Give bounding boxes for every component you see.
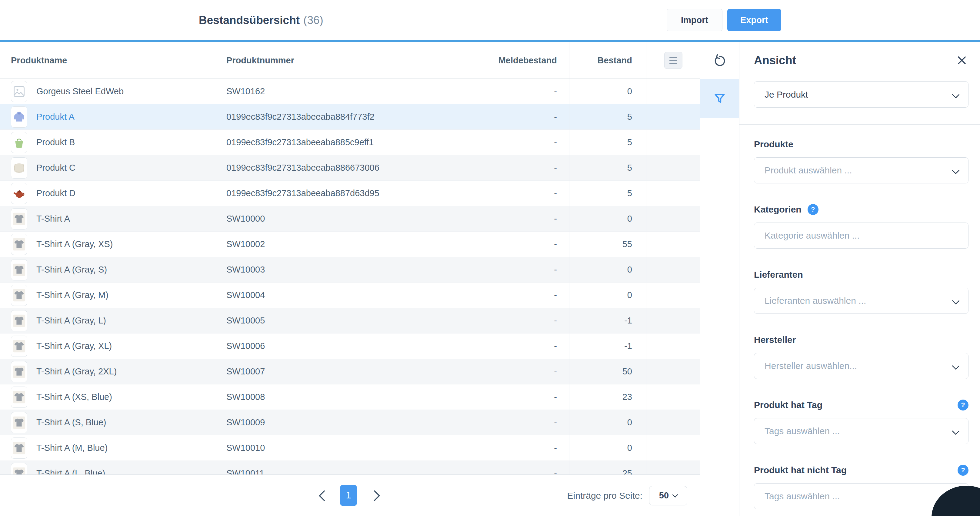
meldebestand-cell: -	[491, 308, 570, 333]
panel-title: Ansicht	[754, 54, 796, 67]
chevron-left-icon	[319, 490, 330, 501]
meldebestand-cell: -	[491, 232, 570, 257]
product-thumbnail	[11, 183, 27, 204]
filter-label: Produkt hat nicht Tag	[754, 465, 847, 475]
table-row[interactable]: T-Shirt A (S, Blue) SW10009 - 0	[0, 410, 700, 435]
product-thumbnail	[11, 81, 27, 102]
table-row[interactable]: Produkt C 0199ec83f9c27313abeeaba8866730…	[0, 155, 700, 181]
view-mode-select[interactable]: Je Produkt	[754, 81, 969, 108]
product-number-cell: 0199ec83f9c27313abeeaba884f773f2	[214, 104, 491, 130]
meldebestand-cell: -	[491, 333, 570, 359]
row-actions-cell	[646, 333, 700, 359]
row-actions-cell	[646, 130, 700, 155]
bestand-cell: 25	[570, 461, 646, 475]
table-row[interactable]: Produkt A 0199ec83f9c27313abeeaba884f773…	[0, 104, 700, 130]
table-row[interactable]: T-Shirt A (Gray, XL) SW10006 - -1	[0, 333, 700, 359]
meldebestand-cell: -	[491, 359, 570, 384]
table-row[interactable]: Gorgeus Steel EdWeb SW10162 - 0	[0, 79, 700, 104]
close-icon	[956, 54, 967, 66]
product-name[interactable]: T-Shirt A (Gray, XL)	[37, 341, 112, 351]
product-name[interactable]: Produkt A	[37, 112, 75, 122]
product-number-cell: SW10000	[214, 206, 491, 232]
filter-group: Produkt hat Tag ? Tags auswählen ...	[754, 399, 969, 444]
bestand-cell: 5	[570, 130, 646, 155]
filter-select[interactable]: Tags auswählen ...	[754, 418, 969, 444]
table-row[interactable]: Produkt D 0199ec83f9c27313abeeaba887d63d…	[0, 181, 700, 206]
product-name[interactable]: T-Shirt A (Gray, S)	[37, 265, 107, 275]
close-panel-button[interactable]	[956, 54, 968, 66]
reset-button[interactable]	[700, 42, 739, 79]
product-name[interactable]: T-Shirt A (Gray, 2XL)	[37, 366, 117, 377]
filter-group: Produkte Produkt auswählen ...	[754, 139, 969, 183]
table-row[interactable]: T-Shirt A (Gray, S) SW10003 - 0	[0, 257, 700, 283]
product-name[interactable]: Produkt B	[37, 137, 75, 147]
next-page-button[interactable]	[366, 475, 383, 516]
filter-select[interactable]: Lieferanten auswählen ...	[754, 288, 969, 314]
per-page-value: 50	[659, 491, 669, 500]
row-actions-cell	[646, 232, 700, 257]
table-row[interactable]: T-Shirt A (L, Blue) SW10011 - 25	[0, 461, 700, 475]
meldebestand-cell: -	[491, 130, 570, 155]
product-number-cell: 0199ec83f9c27313abeeaba885c9eff1	[214, 130, 491, 155]
meldebestand-cell: -	[491, 181, 570, 206]
filter-placeholder: Produkt auswählen ...	[765, 165, 852, 175]
filter-tab[interactable]	[700, 79, 739, 118]
row-actions-cell	[646, 461, 700, 475]
product-thumbnail	[11, 387, 27, 408]
filter-placeholder: Tags auswählen ...	[765, 491, 840, 502]
product-number-cell: SW10162	[214, 79, 491, 104]
product-name[interactable]: T-Shirt A (Gray, L)	[37, 315, 106, 326]
page-number-button[interactable]: 1	[340, 485, 357, 506]
product-name[interactable]: T-Shirt A (S, Blue)	[37, 417, 106, 427]
product-name[interactable]: Produkt C	[37, 163, 75, 173]
product-thumbnail	[11, 463, 27, 475]
filter-label: Hersteller	[754, 335, 796, 345]
meldebestand-cell: -	[491, 206, 570, 232]
product-name[interactable]: Gorgeus Steel EdWeb	[37, 86, 124, 96]
row-actions-cell	[646, 79, 700, 104]
meldebestand-cell: -	[491, 155, 570, 181]
table-row[interactable]: T-Shirt A (Gray, 2XL) SW10007 - 50	[0, 359, 700, 384]
page-title: Bestandsübersicht (36)	[199, 0, 323, 40]
row-actions-cell	[646, 155, 700, 181]
filter-select[interactable]: Kategorie auswählen ...	[754, 223, 969, 248]
import-button[interactable]: Import	[667, 9, 722, 31]
table-row[interactable]: T-Shirt A (Gray, L) SW10005 - -1	[0, 308, 700, 333]
product-name[interactable]: T-Shirt A (M, Blue)	[37, 443, 108, 453]
chevron-down-icon	[952, 297, 959, 304]
product-number-cell: SW10009	[214, 410, 491, 435]
product-thumbnail	[11, 259, 27, 280]
per-page-select[interactable]: 50	[649, 486, 687, 505]
column-settings-button[interactable]	[664, 52, 682, 69]
product-name[interactable]: T-Shirt A (L, Blue)	[37, 468, 105, 475]
table-row[interactable]: T-Shirt A (XS, Blue) SW10008 - 23	[0, 384, 700, 410]
column-header-produktname[interactable]: Produktname	[0, 42, 214, 78]
table-row[interactable]: T-Shirt A SW10000 - 0	[0, 206, 700, 232]
row-actions-cell	[646, 410, 700, 435]
help-icon[interactable]: ?	[958, 400, 969, 411]
help-icon[interactable]: ?	[958, 465, 969, 476]
export-button[interactable]: Export	[727, 9, 781, 31]
column-header-bestand[interactable]: Bestand	[570, 42, 646, 78]
filter-select[interactable]: Produkt auswählen ...	[754, 157, 969, 183]
table-row[interactable]: T-Shirt A (Gray, XS) SW10002 - 55	[0, 232, 700, 257]
chevron-down-icon	[952, 362, 959, 369]
product-name[interactable]: T-Shirt A	[37, 214, 70, 224]
column-header-meldebestand[interactable]: Meldebestand	[491, 42, 570, 78]
table-row[interactable]: T-Shirt A (M, Blue) SW10010 - 0	[0, 435, 700, 461]
help-icon[interactable]: ?	[808, 204, 818, 215]
filter-select[interactable]: Hersteller auswählen...	[754, 353, 969, 379]
hamburger-icon	[670, 57, 677, 58]
table-row[interactable]: T-Shirt A (Gray, M) SW10004 - 0	[0, 283, 700, 308]
table-body: Gorgeus Steel EdWeb SW10162 - 0 Produkt …	[0, 79, 700, 475]
bestand-cell: -1	[570, 333, 646, 359]
product-name[interactable]: T-Shirt A (XS, Blue)	[37, 392, 112, 402]
meldebestand-cell: -	[491, 384, 570, 410]
previous-page-button[interactable]	[315, 475, 333, 516]
product-name[interactable]: T-Shirt A (Gray, XS)	[37, 239, 113, 249]
product-name[interactable]: T-Shirt A (Gray, M)	[37, 290, 108, 300]
product-name[interactable]: Produkt D	[37, 188, 75, 198]
row-actions-cell	[646, 206, 700, 232]
column-header-produktnummer[interactable]: Produktnummer	[214, 42, 491, 78]
table-row[interactable]: Produkt B 0199ec83f9c27313abeeaba885c9ef…	[0, 130, 700, 155]
